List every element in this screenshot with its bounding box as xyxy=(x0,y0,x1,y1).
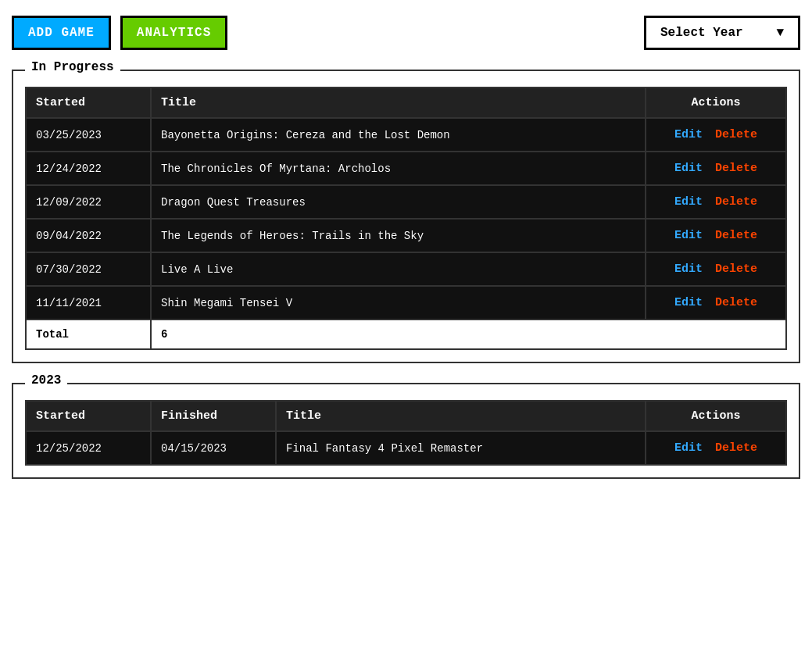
cell-started: 03/25/2023 xyxy=(26,118,151,152)
cell-title: The Chronicles Of Myrtana: Archolos xyxy=(151,152,646,185)
edit-button[interactable]: Edit xyxy=(670,261,707,277)
delete-button[interactable]: Delete xyxy=(710,440,762,456)
th-started: Started xyxy=(26,87,151,118)
th-actions-2023: Actions xyxy=(646,401,786,431)
cell-started: 09/04/2022 xyxy=(26,219,151,252)
cell-title: Final Fantasy 4 Pixel Remaster xyxy=(276,431,646,465)
cell-actions: Edit Delete xyxy=(646,286,786,320)
cell-title: The Legends of Heroes: Trails in the Sky xyxy=(151,219,646,252)
cell-started: 12/09/2022 xyxy=(26,185,151,219)
header: Add Game Analytics Select Year ▼ xyxy=(12,12,800,54)
table-row: 07/30/2022Live A Live Edit Delete xyxy=(26,252,786,286)
cell-actions: Edit Delete xyxy=(646,185,786,219)
th-title: Title xyxy=(151,87,646,118)
delete-button[interactable]: Delete xyxy=(710,160,762,177)
cell-finished: 04/15/2023 xyxy=(151,431,276,465)
year-2023-title: 2023 xyxy=(25,373,67,387)
cell-title: Dragon Quest Treasures xyxy=(151,185,646,219)
cell-title: Bayonetta Origins: Cereza and the Lost D… xyxy=(151,118,646,152)
th-started-2023: Started xyxy=(26,401,151,431)
edit-button[interactable]: Edit xyxy=(670,227,707,244)
year-2023-section: 2023 Started Finished Title Actions 12/2… xyxy=(12,383,800,479)
th-title-2023: Title xyxy=(276,401,646,431)
edit-button[interactable]: Edit xyxy=(670,295,707,311)
cell-actions: Edit Delete xyxy=(646,118,786,152)
table-row: 11/11/2021Shin Megami Tensei V Edit Dele… xyxy=(26,286,786,320)
total-label: Total xyxy=(26,320,151,349)
cell-started: 12/25/2022 xyxy=(26,431,151,465)
add-game-button[interactable]: Add Game xyxy=(12,16,111,50)
delete-button[interactable]: Delete xyxy=(710,295,762,311)
cell-started: 12/24/2022 xyxy=(26,152,151,185)
select-year-label: Select Year xyxy=(660,26,743,40)
select-year-button[interactable]: Select Year ▼ xyxy=(644,16,800,50)
edit-button[interactable]: Edit xyxy=(670,440,707,456)
cell-title: Shin Megami Tensei V xyxy=(151,286,646,320)
table-row: 12/09/2022Dragon Quest Treasures Edit De… xyxy=(26,185,786,219)
delete-button[interactable]: Delete xyxy=(710,227,762,244)
in-progress-section: In Progress Started Title Actions 03/25/… xyxy=(12,70,800,363)
total-value: 6 xyxy=(151,320,786,349)
cell-actions: Edit Delete xyxy=(646,219,786,252)
total-row: Total6 xyxy=(26,320,786,349)
delete-button[interactable]: Delete xyxy=(710,127,762,143)
year-2023-table: Started Finished Title Actions 12/25/202… xyxy=(25,400,787,466)
delete-button[interactable]: Delete xyxy=(710,194,762,210)
table-row: 09/04/2022The Legends of Heroes: Trails … xyxy=(26,219,786,252)
cell-started: 11/11/2021 xyxy=(26,286,151,320)
cell-started: 07/30/2022 xyxy=(26,252,151,286)
cell-title: Live A Live xyxy=(151,252,646,286)
delete-button[interactable]: Delete xyxy=(710,261,762,277)
in-progress-table: Started Title Actions 03/25/2023Bayonett… xyxy=(25,87,787,350)
edit-button[interactable]: Edit xyxy=(670,127,707,143)
cell-actions: Edit Delete xyxy=(646,152,786,185)
analytics-button[interactable]: Analytics xyxy=(120,16,227,50)
header-left: Add Game Analytics xyxy=(12,16,227,50)
th-actions: Actions xyxy=(646,87,786,118)
chevron-down-icon: ▼ xyxy=(776,26,784,40)
edit-button[interactable]: Edit xyxy=(670,194,707,210)
table-row: 03/25/2023Bayonetta Origins: Cereza and … xyxy=(26,118,786,152)
edit-button[interactable]: Edit xyxy=(670,160,707,177)
th-finished-2023: Finished xyxy=(151,401,276,431)
in-progress-title: In Progress xyxy=(25,60,120,74)
cell-actions: Edit Delete xyxy=(646,252,786,286)
table-row: 12/25/202204/15/2023Final Fantasy 4 Pixe… xyxy=(26,431,786,465)
table-row: 12/24/2022The Chronicles Of Myrtana: Arc… xyxy=(26,152,786,185)
cell-actions: Edit Delete xyxy=(646,431,786,465)
